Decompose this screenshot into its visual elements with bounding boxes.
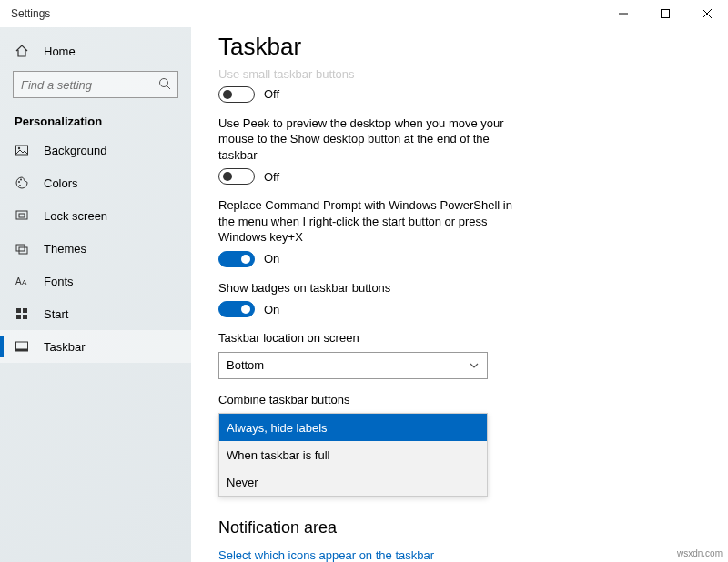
sidebar-item-lockscreen[interactable]: Lock screen [0,199,191,232]
search-input[interactable] [13,71,178,98]
powershell-state: On [264,252,279,266]
sidebar-item-label: Colors [44,176,78,190]
home-label: Home [44,45,76,58]
sidebar-item-colors[interactable]: Colors [0,166,191,199]
palette-icon [15,176,29,190]
svg-line-5 [167,86,171,90]
fonts-icon: AA [15,274,29,288]
notification-heading: Notification area [218,518,701,537]
minimize-button[interactable] [602,0,644,27]
sidebar: Home Personalization Background Colors [0,27,191,562]
link-select-icons[interactable]: Select which icons appear on the taskbar [218,548,701,562]
sidebar-item-label: Themes [44,242,86,256]
home-icon [15,44,29,58]
taskbar-icon [15,339,29,354]
section-label: Personalization [0,105,191,134]
svg-rect-12 [19,214,25,217]
svg-rect-20 [23,315,27,319]
sidebar-item-taskbar[interactable]: Taskbar [0,330,191,363]
svg-point-4 [160,79,168,87]
powershell-toggle[interactable] [218,251,255,267]
peek-toggle[interactable] [218,168,255,185]
svg-rect-1 [662,10,670,18]
sidebar-item-label: Fonts [44,275,74,288]
combine-option-whenfull[interactable]: When taskbar is full [219,441,487,468]
chevron-down-icon [469,360,480,371]
sidebar-item-label: Taskbar [44,340,86,354]
svg-rect-22 [16,349,28,352]
svg-rect-17 [16,308,21,313]
close-button[interactable] [686,0,728,27]
svg-point-7 [18,147,20,149]
peek-label: Use Peek to preview the desktop when you… [218,115,528,164]
peek-state: Off [264,170,279,184]
badges-state: On [264,303,279,316]
window-controls [602,0,728,27]
svg-text:A: A [15,276,22,286]
home-button[interactable]: Home [0,35,191,67]
svg-rect-19 [16,315,21,319]
start-icon [15,306,29,321]
search-icon [158,77,171,90]
location-value: Bottom [227,358,264,372]
sidebar-item-start[interactable]: Start [0,297,191,330]
svg-point-8 [18,181,20,183]
sidebar-item-themes[interactable]: Themes [0,232,191,265]
sidebar-item-background[interactable]: Background [0,134,191,166]
small-buttons-state: Off [264,87,279,101]
small-buttons-label: Use small taskbar buttons [218,66,528,83]
maximize-button[interactable] [644,0,686,27]
badges-toggle[interactable] [218,301,255,317]
sidebar-item-label: Lock screen [44,209,107,223]
powershell-label: Replace Command Prompt with Windows Powe… [218,197,528,246]
lockscreen-icon [15,208,29,223]
svg-rect-6 [16,146,28,155]
window-title: Settings [11,7,50,20]
svg-point-9 [20,179,22,181]
svg-rect-11 [16,211,27,219]
combine-option-never[interactable]: Never [219,468,487,496]
search-box[interactable] [13,71,178,98]
sidebar-item-label: Background [44,144,106,157]
location-select[interactable]: Bottom [218,352,488,379]
themes-icon [15,241,29,256]
badges-label: Show badges on taskbar buttons [218,280,528,296]
combine-option-always[interactable]: Always, hide labels [219,414,487,441]
small-buttons-toggle[interactable] [218,86,255,103]
svg-point-10 [19,185,21,186]
location-label: Taskbar location on screen [218,330,528,346]
svg-text:A: A [22,278,27,286]
combine-dropdown[interactable]: Always, hide labels When taskbar is full… [218,413,488,497]
combine-label: Combine taskbar buttons [218,392,528,408]
sidebar-item-label: Start [44,307,68,321]
sidebar-item-fonts[interactable]: AA Fonts [0,265,191,297]
content: Taskbar Use small taskbar buttons Off Us… [191,27,728,562]
page-title: Taskbar [218,33,701,61]
svg-rect-18 [23,308,27,313]
picture-icon [15,143,29,157]
attribution: wsxdn.com [677,548,723,558]
